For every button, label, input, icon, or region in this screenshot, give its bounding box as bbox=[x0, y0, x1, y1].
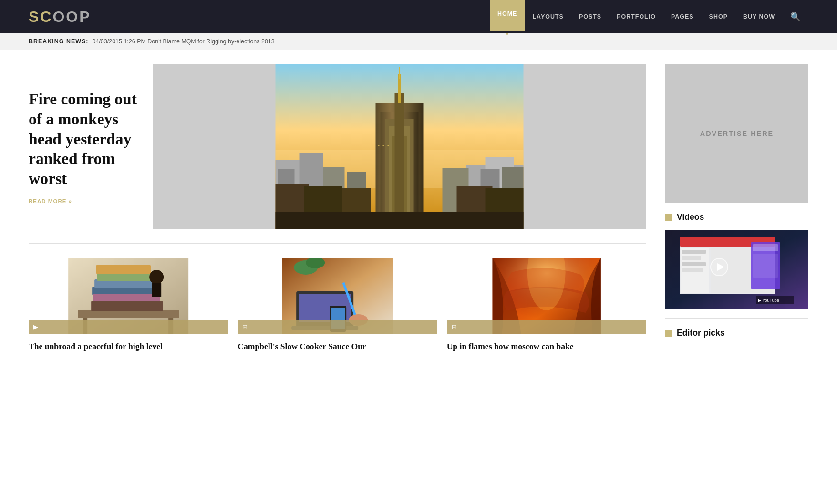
svg-rect-26 bbox=[378, 145, 380, 146]
card-tag-bar-2: ⊞ bbox=[238, 320, 437, 334]
editor-picks-accent-box bbox=[665, 330, 672, 337]
svg-rect-30 bbox=[78, 310, 179, 318]
nav-item-home[interactable]: HOME bbox=[490, 0, 525, 31]
nav-item-shop[interactable]: SHOP bbox=[702, 0, 735, 33]
search-icon[interactable]: 🔍 bbox=[783, 0, 808, 33]
site-header: SCOOP HOME ▾ LAYOUTS POSTS PORTFOLIO PAG… bbox=[0, 0, 837, 33]
ad-text: ADVERTISE HERE bbox=[700, 130, 774, 137]
nav-item-buynow[interactable]: BUY NOW bbox=[735, 0, 783, 33]
gallery-icon-2: ⊞ bbox=[242, 323, 248, 331]
editor-picks-label: Editor picks bbox=[677, 328, 725, 338]
videos-section-title: Videos bbox=[665, 212, 808, 222]
card-tag-bar-3: ⊟ bbox=[447, 320, 646, 334]
svg-rect-65 bbox=[753, 254, 778, 278]
breaking-news-text: 04/03/2015 1:26 PM Don't Blame MQM for R… bbox=[93, 38, 275, 45]
svg-rect-28 bbox=[388, 145, 389, 146]
svg-point-39 bbox=[149, 270, 164, 284]
article-card-img-2[interactable]: ⊞ bbox=[238, 258, 437, 334]
sidebar-divider bbox=[665, 318, 808, 319]
article-card-2: ⊞ Campbell's Slow Cooker Sauce Our bbox=[238, 258, 437, 352]
featured-text: Fire coming out of a monkeys head yester… bbox=[29, 64, 138, 229]
svg-rect-62 bbox=[682, 268, 703, 272]
svg-rect-36 bbox=[96, 265, 151, 274]
videos-accent-box bbox=[665, 214, 672, 221]
article-card-3: ⊟ Up in flames how moscow can bake bbox=[447, 258, 646, 352]
featured-title: Fire coming out of a monkeys head yester… bbox=[29, 89, 138, 189]
main-wrapper: Fire coming out of a monkeys head yester… bbox=[0, 50, 837, 372]
nav-item-layouts[interactable]: LAYOUTS bbox=[525, 0, 571, 33]
svg-rect-25 bbox=[276, 212, 524, 229]
image-icon-3: ⊟ bbox=[452, 323, 457, 331]
svg-rect-64 bbox=[753, 244, 778, 251]
article-grid: ▶ The unbroad a peaceful for high level bbox=[29, 258, 646, 352]
svg-rect-27 bbox=[383, 145, 384, 146]
article-card-title-2: Campbell's Slow Cooker Sauce Our bbox=[238, 341, 437, 352]
article-card-img-3[interactable]: ⊟ bbox=[447, 258, 646, 334]
nav-item-portfolio[interactable]: PORTFOLIO bbox=[609, 0, 663, 33]
featured-article: Fire coming out of a monkeys head yester… bbox=[29, 64, 646, 244]
site-logo: SCOOP bbox=[29, 8, 91, 26]
svg-rect-17 bbox=[395, 93, 404, 229]
video-thumbnail[interactable]: ▶ YouTube bbox=[665, 230, 808, 309]
article-card-1: ▶ The unbroad a peaceful for high level bbox=[29, 258, 228, 352]
videos-label: Videos bbox=[677, 212, 704, 222]
sidebar: ADVERTISE HERE Videos bbox=[665, 64, 808, 358]
nav-home-container: HOME ▾ bbox=[490, 0, 525, 37]
breaking-news-label: BREAKING NEWS: bbox=[29, 38, 89, 45]
article-card-title-3: Up in flames how moscow can bake bbox=[447, 341, 646, 352]
svg-rect-40 bbox=[152, 283, 161, 297]
article-card-title-1: The unbroad a peaceful for high level bbox=[29, 341, 228, 352]
card-tag-bar-1: ▶ bbox=[29, 320, 228, 334]
editor-picks-title: Editor picks bbox=[665, 328, 808, 338]
video-icon-1: ▶ bbox=[33, 323, 38, 331]
nav-item-posts[interactable]: POSTS bbox=[571, 0, 609, 33]
nav-chevron-home: ▾ bbox=[506, 31, 508, 37]
skyline-svg bbox=[153, 64, 646, 229]
ad-block[interactable]: ADVERTISE HERE bbox=[665, 64, 808, 203]
article-card-img-1[interactable]: ▶ bbox=[29, 258, 228, 334]
content-area: Fire coming out of a monkeys head yester… bbox=[29, 64, 646, 358]
main-nav: HOME ▾ LAYOUTS POSTS PORTFOLIO PAGES SHO… bbox=[490, 0, 808, 37]
svg-text:▶ YouTube: ▶ YouTube bbox=[758, 298, 779, 303]
read-more-link[interactable]: READ MORE » bbox=[29, 198, 138, 204]
svg-rect-38 bbox=[91, 301, 163, 311]
editor-picks-divider bbox=[665, 348, 808, 348]
featured-image bbox=[153, 64, 646, 229]
svg-rect-59 bbox=[682, 250, 706, 254]
nav-item-pages[interactable]: PAGES bbox=[663, 0, 702, 33]
svg-rect-61 bbox=[682, 262, 706, 266]
video-thumb-svg: ▶ YouTube bbox=[665, 230, 808, 309]
svg-rect-19 bbox=[399, 67, 400, 79]
svg-rect-60 bbox=[682, 256, 701, 260]
